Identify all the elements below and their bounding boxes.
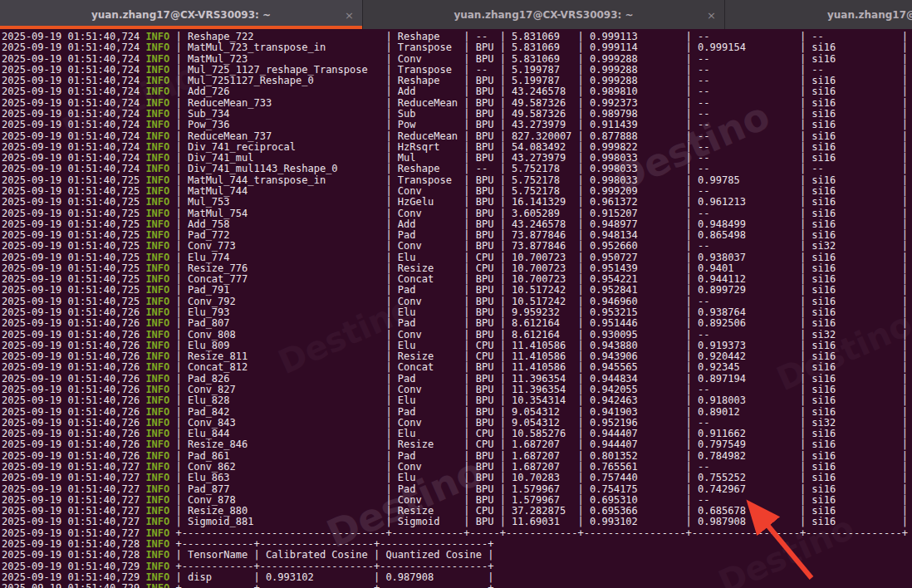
log-line: 2025-09-19 01:51:40,726 INFO | Elu_844 |… — [2, 429, 912, 439]
log-line: 2025-09-19 01:51:40,726 INFO | Pad_842 |… — [2, 407, 912, 418]
tab-bar: yuan.zhang17@CX-VRS30093: ~ × yuan.zhang… — [0, 0, 912, 29]
log-line: 2025-09-19 01:51:40,726 INFO | Elu_809 |… — [2, 341, 912, 351]
log-line: 2025-09-19 01:51:40,725 INFO | Conv_792 … — [2, 296, 912, 307]
log-line: 2025-09-19 01:51:40,724 INFO | Div_741_m… — [2, 153, 912, 164]
log-line: 2025-09-19 01:51:40,726 INFO | Conv_808 … — [2, 330, 912, 341]
log-line: 2025-09-19 01:51:40,724 INFO | ReduceMea… — [2, 98, 912, 109]
log-line: 2025-09-19 01:51:40,724 INFO | Mul_725_1… — [2, 65, 912, 76]
tab-title: yuan.zhang17@CX-VRS30093: ~ — [827, 9, 912, 21]
tab-title: yuan.zhang17@CX-VRS30093: ~ — [454, 9, 633, 21]
log-line: 2025-09-19 01:51:40,726 INFO | Elu_793 |… — [2, 307, 912, 318]
log-line: 2025-09-19 01:51:40,724 INFO | Div_741_r… — [2, 142, 912, 153]
log-line: 2025-09-19 01:51:40,726 INFO | Pad_861 |… — [2, 451, 912, 462]
log-line: 2025-09-19 01:51:40,724 INFO | Reshape_7… — [2, 32, 912, 42]
log-line: 2025-09-19 01:51:40,728 INFO | TensorNam… — [2, 550, 912, 561]
log-line: 2025-09-19 01:51:40,725 INFO | Add_758 |… — [2, 219, 912, 230]
tab-title: yuan.zhang17@CX-VRS30093: ~ — [91, 9, 271, 21]
tab-terminal-2[interactable]: yuan.zhang17@CX-VRS30093: ~ × — [363, 0, 725, 29]
log-line: 2025-09-19 01:51:40,726 INFO | Conv_827 … — [2, 385, 912, 395]
log-line: 2025-09-19 01:51:40,727 INFO | Pad_877 |… — [2, 484, 912, 495]
log-line: 2025-09-19 01:51:40,726 INFO | Pad_807 |… — [2, 318, 912, 329]
log-line: 2025-09-19 01:51:40,725 INFO | Pad_791 |… — [2, 285, 912, 296]
tab-terminal-1[interactable]: yuan.zhang17@CX-VRS30093: ~ × — [0, 0, 363, 29]
log-line: 2025-09-19 01:51:40,727 INFO | Resize_88… — [2, 506, 912, 517]
log-line: 2025-09-19 01:51:40,725 INFO | Pad_772 |… — [2, 230, 912, 241]
log-line: 2025-09-19 01:51:40,724 INFO | Div_741_m… — [2, 164, 912, 174]
log-line: 2025-09-19 01:51:40,726 INFO | Conv_843 … — [2, 418, 912, 429]
tab-terminal-3[interactable]: yuan.zhang17@CX-VRS30093: ~ — [725, 0, 912, 29]
log-line: 2025-09-19 01:51:40,726 INFO | Concat_81… — [2, 362, 912, 373]
log-line: 2025-09-19 01:51:40,727 INFO | Sigmoid_8… — [2, 517, 912, 527]
log-line: 2025-09-19 01:51:40,726 INFO | Pad_826 |… — [2, 374, 912, 385]
close-icon[interactable]: × — [707, 8, 716, 21]
log-line: 2025-09-19 01:51:40,725 INFO | Conv_773 … — [2, 241, 912, 252]
log-line: 2025-09-19 01:51:40,729 INFO | disp | 0.… — [2, 572, 912, 583]
log-line: 2025-09-19 01:51:40,724 INFO | MatMul_72… — [2, 54, 912, 65]
log-line: 2025-09-19 01:51:40,727 INFO | Elu_863 |… — [2, 473, 912, 483]
log-line: 2025-09-19 01:51:40,725 INFO | MatMul_75… — [2, 208, 912, 219]
log-line: 2025-09-19 01:51:40,724 INFO | Mul_72511… — [2, 76, 912, 86]
log-line: 2025-09-19 01:51:40,724 INFO | Pow_736 |… — [2, 120, 912, 130]
log-line: 2025-09-19 01:51:40,726 INFO | Elu_828 |… — [2, 395, 912, 406]
log-line: 2025-09-19 01:51:40,726 INFO | Resize_84… — [2, 439, 912, 450]
log-line: 2025-09-19 01:51:40,724 INFO | ReduceMea… — [2, 131, 912, 142]
log-line: 2025-09-19 01:51:40,724 INFO | MatMul_72… — [2, 42, 912, 53]
log-line: 2025-09-19 01:51:40,727 INFO | Conv_862 … — [2, 462, 912, 473]
log-line: 2025-09-19 01:51:40,724 INFO | Add_726 |… — [2, 86, 912, 97]
log-line: 2025-09-19 01:51:40,725 INFO | Elu_774 |… — [2, 252, 912, 263]
terminal-output[interactable]: 2025-09-19 01:51:40,724 INFO | Reshape_7… — [0, 29, 912, 588]
log-line: 2025-09-19 01:51:40,725 INFO | MatMul_74… — [2, 175, 912, 186]
log-line: 2025-09-19 01:51:40,727 INFO | Conv_878 … — [2, 495, 912, 506]
log-line: 2025-09-19 01:51:40,724 INFO | Sub_734 |… — [2, 109, 912, 120]
close-icon[interactable]: × — [345, 8, 354, 21]
log-line: 2025-09-19 01:51:40,725 INFO | MatMul_74… — [2, 186, 912, 197]
log-line: 2025-09-19 01:51:40,729 INFO +----------… — [2, 583, 912, 588]
log-line: 2025-09-19 01:51:40,727 INFO +----------… — [2, 528, 912, 539]
log-line: 2025-09-19 01:51:40,725 INFO | Concat_77… — [2, 274, 912, 285]
log-line: 2025-09-19 01:51:40,728 INFO +----------… — [2, 539, 912, 550]
log-line: 2025-09-19 01:51:40,725 INFO | Mul_753 |… — [2, 197, 912, 208]
log-line: 2025-09-19 01:51:40,729 INFO +----------… — [2, 561, 912, 572]
log-line: 2025-09-19 01:51:40,725 INFO | Resize_77… — [2, 263, 912, 274]
log-line: 2025-09-19 01:51:40,726 INFO | Resize_81… — [2, 351, 912, 362]
